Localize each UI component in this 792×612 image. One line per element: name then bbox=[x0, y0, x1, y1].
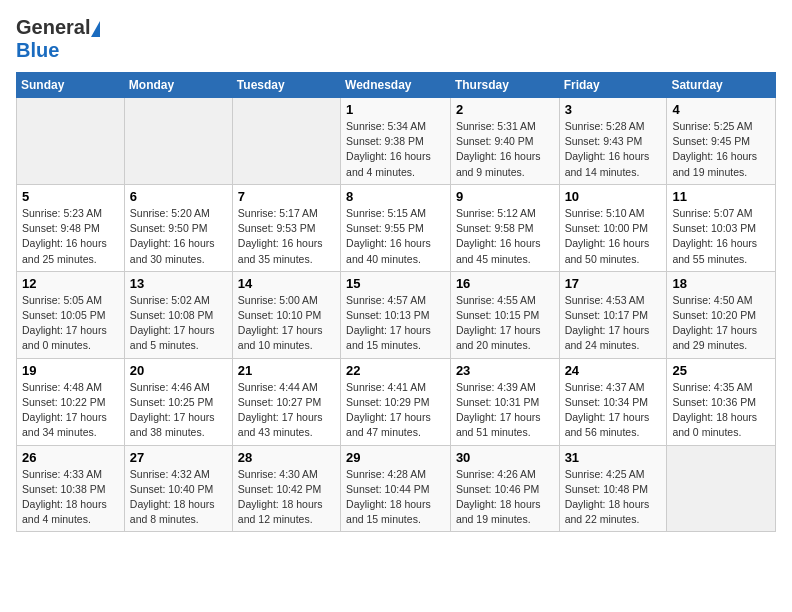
day-info: Sunrise: 5:07 AM Sunset: 10:03 PM Daylig… bbox=[672, 206, 770, 267]
day-number: 6 bbox=[130, 189, 227, 204]
logo-blue: Blue bbox=[16, 39, 59, 61]
calendar-header-row: SundayMondayTuesdayWednesdayThursdayFrid… bbox=[17, 73, 776, 98]
day-info: Sunrise: 5:10 AM Sunset: 10:00 PM Daylig… bbox=[565, 206, 662, 267]
calendar-cell: 21Sunrise: 4:44 AM Sunset: 10:27 PM Dayl… bbox=[232, 358, 340, 445]
calendar-cell: 23Sunrise: 4:39 AM Sunset: 10:31 PM Dayl… bbox=[450, 358, 559, 445]
day-info: Sunrise: 4:57 AM Sunset: 10:13 PM Daylig… bbox=[346, 293, 445, 354]
calendar-cell: 24Sunrise: 4:37 AM Sunset: 10:34 PM Dayl… bbox=[559, 358, 667, 445]
day-of-week-header: Sunday bbox=[17, 73, 125, 98]
day-number: 7 bbox=[238, 189, 335, 204]
day-number: 28 bbox=[238, 450, 335, 465]
calendar-week-row: 19Sunrise: 4:48 AM Sunset: 10:22 PM Dayl… bbox=[17, 358, 776, 445]
day-number: 15 bbox=[346, 276, 445, 291]
calendar-cell: 26Sunrise: 4:33 AM Sunset: 10:38 PM Dayl… bbox=[17, 445, 125, 532]
day-number: 12 bbox=[22, 276, 119, 291]
day-info: Sunrise: 5:15 AM Sunset: 9:55 PM Dayligh… bbox=[346, 206, 445, 267]
day-info: Sunrise: 5:00 AM Sunset: 10:10 PM Daylig… bbox=[238, 293, 335, 354]
day-info: Sunrise: 4:26 AM Sunset: 10:46 PM Daylig… bbox=[456, 467, 554, 528]
calendar-cell: 16Sunrise: 4:55 AM Sunset: 10:15 PM Dayl… bbox=[450, 271, 559, 358]
calendar-cell bbox=[232, 98, 340, 185]
day-info: Sunrise: 5:05 AM Sunset: 10:05 PM Daylig… bbox=[22, 293, 119, 354]
day-info: Sunrise: 4:33 AM Sunset: 10:38 PM Daylig… bbox=[22, 467, 119, 528]
day-info: Sunrise: 4:28 AM Sunset: 10:44 PM Daylig… bbox=[346, 467, 445, 528]
calendar-cell: 6Sunrise: 5:20 AM Sunset: 9:50 PM Daylig… bbox=[124, 184, 232, 271]
day-of-week-header: Tuesday bbox=[232, 73, 340, 98]
day-number: 26 bbox=[22, 450, 119, 465]
day-number: 14 bbox=[238, 276, 335, 291]
day-number: 17 bbox=[565, 276, 662, 291]
calendar-cell: 22Sunrise: 4:41 AM Sunset: 10:29 PM Dayl… bbox=[341, 358, 451, 445]
calendar-cell: 14Sunrise: 5:00 AM Sunset: 10:10 PM Dayl… bbox=[232, 271, 340, 358]
calendar-cell: 19Sunrise: 4:48 AM Sunset: 10:22 PM Dayl… bbox=[17, 358, 125, 445]
day-info: Sunrise: 4:44 AM Sunset: 10:27 PM Daylig… bbox=[238, 380, 335, 441]
calendar-cell: 5Sunrise: 5:23 AM Sunset: 9:48 PM Daylig… bbox=[17, 184, 125, 271]
day-info: Sunrise: 4:25 AM Sunset: 10:48 PM Daylig… bbox=[565, 467, 662, 528]
calendar-cell: 17Sunrise: 4:53 AM Sunset: 10:17 PM Dayl… bbox=[559, 271, 667, 358]
day-number: 22 bbox=[346, 363, 445, 378]
day-info: Sunrise: 4:39 AM Sunset: 10:31 PM Daylig… bbox=[456, 380, 554, 441]
day-number: 4 bbox=[672, 102, 770, 117]
day-number: 1 bbox=[346, 102, 445, 117]
calendar-cell: 7Sunrise: 5:17 AM Sunset: 9:53 PM Daylig… bbox=[232, 184, 340, 271]
day-info: Sunrise: 5:25 AM Sunset: 9:45 PM Dayligh… bbox=[672, 119, 770, 180]
day-info: Sunrise: 4:30 AM Sunset: 10:42 PM Daylig… bbox=[238, 467, 335, 528]
day-number: 11 bbox=[672, 189, 770, 204]
day-number: 9 bbox=[456, 189, 554, 204]
day-number: 24 bbox=[565, 363, 662, 378]
calendar-cell: 29Sunrise: 4:28 AM Sunset: 10:44 PM Dayl… bbox=[341, 445, 451, 532]
calendar-cell: 30Sunrise: 4:26 AM Sunset: 10:46 PM Dayl… bbox=[450, 445, 559, 532]
day-info: Sunrise: 5:02 AM Sunset: 10:08 PM Daylig… bbox=[130, 293, 227, 354]
calendar-cell bbox=[667, 445, 776, 532]
day-of-week-header: Friday bbox=[559, 73, 667, 98]
calendar-cell bbox=[17, 98, 125, 185]
calendar-cell: 25Sunrise: 4:35 AM Sunset: 10:36 PM Dayl… bbox=[667, 358, 776, 445]
logo-general: General bbox=[16, 16, 101, 39]
calendar-week-row: 1Sunrise: 5:34 AM Sunset: 9:38 PM Daylig… bbox=[17, 98, 776, 185]
day-number: 20 bbox=[130, 363, 227, 378]
day-info: Sunrise: 4:37 AM Sunset: 10:34 PM Daylig… bbox=[565, 380, 662, 441]
day-of-week-header: Monday bbox=[124, 73, 232, 98]
day-number: 30 bbox=[456, 450, 554, 465]
calendar-cell: 10Sunrise: 5:10 AM Sunset: 10:00 PM Dayl… bbox=[559, 184, 667, 271]
day-info: Sunrise: 4:50 AM Sunset: 10:20 PM Daylig… bbox=[672, 293, 770, 354]
calendar-cell: 1Sunrise: 5:34 AM Sunset: 9:38 PM Daylig… bbox=[341, 98, 451, 185]
day-number: 8 bbox=[346, 189, 445, 204]
day-number: 5 bbox=[22, 189, 119, 204]
day-number: 2 bbox=[456, 102, 554, 117]
day-info: Sunrise: 4:32 AM Sunset: 10:40 PM Daylig… bbox=[130, 467, 227, 528]
day-number: 23 bbox=[456, 363, 554, 378]
day-info: Sunrise: 4:48 AM Sunset: 10:22 PM Daylig… bbox=[22, 380, 119, 441]
calendar-cell: 4Sunrise: 5:25 AM Sunset: 9:45 PM Daylig… bbox=[667, 98, 776, 185]
calendar-cell: 18Sunrise: 4:50 AM Sunset: 10:20 PM Dayl… bbox=[667, 271, 776, 358]
calendar-cell: 12Sunrise: 5:05 AM Sunset: 10:05 PM Dayl… bbox=[17, 271, 125, 358]
day-info: Sunrise: 5:20 AM Sunset: 9:50 PM Dayligh… bbox=[130, 206, 227, 267]
day-number: 27 bbox=[130, 450, 227, 465]
calendar-cell: 20Sunrise: 4:46 AM Sunset: 10:25 PM Dayl… bbox=[124, 358, 232, 445]
day-number: 13 bbox=[130, 276, 227, 291]
calendar-table: SundayMondayTuesdayWednesdayThursdayFrid… bbox=[16, 72, 776, 532]
calendar-cell: 11Sunrise: 5:07 AM Sunset: 10:03 PM Dayl… bbox=[667, 184, 776, 271]
calendar-cell bbox=[124, 98, 232, 185]
day-number: 19 bbox=[22, 363, 119, 378]
day-of-week-header: Saturday bbox=[667, 73, 776, 98]
day-info: Sunrise: 4:55 AM Sunset: 10:15 PM Daylig… bbox=[456, 293, 554, 354]
day-of-week-header: Wednesday bbox=[341, 73, 451, 98]
page-header: General Blue bbox=[16, 16, 776, 62]
calendar-week-row: 12Sunrise: 5:05 AM Sunset: 10:05 PM Dayl… bbox=[17, 271, 776, 358]
calendar-week-row: 5Sunrise: 5:23 AM Sunset: 9:48 PM Daylig… bbox=[17, 184, 776, 271]
day-info: Sunrise: 5:17 AM Sunset: 9:53 PM Dayligh… bbox=[238, 206, 335, 267]
day-info: Sunrise: 5:28 AM Sunset: 9:43 PM Dayligh… bbox=[565, 119, 662, 180]
calendar-cell: 9Sunrise: 5:12 AM Sunset: 9:58 PM Daylig… bbox=[450, 184, 559, 271]
day-number: 10 bbox=[565, 189, 662, 204]
day-info: Sunrise: 5:34 AM Sunset: 9:38 PM Dayligh… bbox=[346, 119, 445, 180]
day-number: 18 bbox=[672, 276, 770, 291]
calendar-week-row: 26Sunrise: 4:33 AM Sunset: 10:38 PM Dayl… bbox=[17, 445, 776, 532]
calendar-cell: 28Sunrise: 4:30 AM Sunset: 10:42 PM Dayl… bbox=[232, 445, 340, 532]
calendar-cell: 31Sunrise: 4:25 AM Sunset: 10:48 PM Dayl… bbox=[559, 445, 667, 532]
calendar-cell: 3Sunrise: 5:28 AM Sunset: 9:43 PM Daylig… bbox=[559, 98, 667, 185]
logo: General Blue bbox=[16, 16, 101, 62]
day-number: 21 bbox=[238, 363, 335, 378]
day-info: Sunrise: 5:12 AM Sunset: 9:58 PM Dayligh… bbox=[456, 206, 554, 267]
calendar-cell: 2Sunrise: 5:31 AM Sunset: 9:40 PM Daylig… bbox=[450, 98, 559, 185]
day-of-week-header: Thursday bbox=[450, 73, 559, 98]
